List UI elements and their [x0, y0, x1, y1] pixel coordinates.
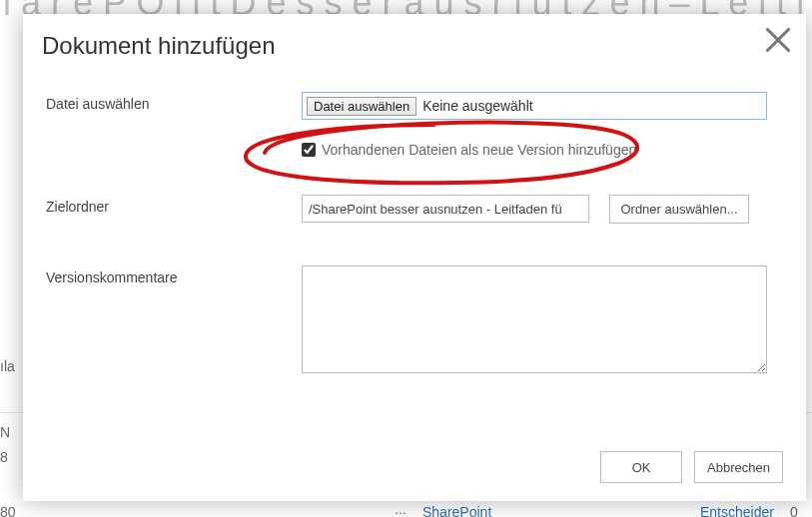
- bg-text: ···: [395, 504, 406, 517]
- destination-row: Zielordner Ordner auswählen...: [46, 195, 783, 224]
- comments-textarea[interactable]: [302, 265, 767, 373]
- add-document-dialog: Dokument hinzufügen Datei auswählen Date…: [23, 14, 806, 501]
- bg-text: 8: [0, 449, 8, 465]
- bg-text: ıla: [0, 358, 15, 374]
- overwrite-checkbox-wrap[interactable]: Vorhandenen Dateien als neue Version hin…: [302, 142, 636, 158]
- file-label: Datei auswählen: [46, 92, 302, 112]
- dialog-form: Datei auswählen Datei auswählen Keine au…: [46, 92, 783, 481]
- bg-text: 0: [790, 504, 798, 517]
- overwrite-checkbox-label: Vorhandenen Dateien als neue Version hin…: [322, 142, 636, 158]
- browse-folder-button[interactable]: Ordner auswählen...: [609, 195, 748, 224]
- choose-file-button[interactable]: Datei auswählen: [307, 97, 416, 116]
- comments-label: Versionskommentare: [46, 265, 302, 285]
- comments-row: Versionskommentare: [46, 265, 783, 377]
- destination-label: Zielordner: [46, 195, 302, 215]
- overwrite-row: Vorhandenen Dateien als neue Version hin…: [46, 142, 783, 161]
- file-row: Datei auswählen Datei auswählen Keine au…: [46, 92, 783, 120]
- overwrite-checkbox[interactable]: [302, 143, 316, 157]
- bg-text: 80: [0, 504, 16, 517]
- ok-button[interactable]: OK: [600, 451, 682, 483]
- file-status-text: Keine ausgewählt: [422, 98, 533, 114]
- bg-text: N: [0, 424, 10, 440]
- bg-link[interactable]: SharePoint: [422, 504, 491, 517]
- dialog-buttons: OK Abbrechen: [600, 451, 783, 483]
- file-picker[interactable]: Datei auswählen Keine ausgewählt: [302, 92, 767, 120]
- bg-link[interactable]: Entscheider: [700, 504, 774, 517]
- close-icon[interactable]: [764, 26, 792, 54]
- cancel-button[interactable]: Abbrechen: [694, 451, 783, 483]
- dialog-title: Dokument hinzufügen: [42, 32, 275, 60]
- destination-input[interactable]: [302, 195, 589, 223]
